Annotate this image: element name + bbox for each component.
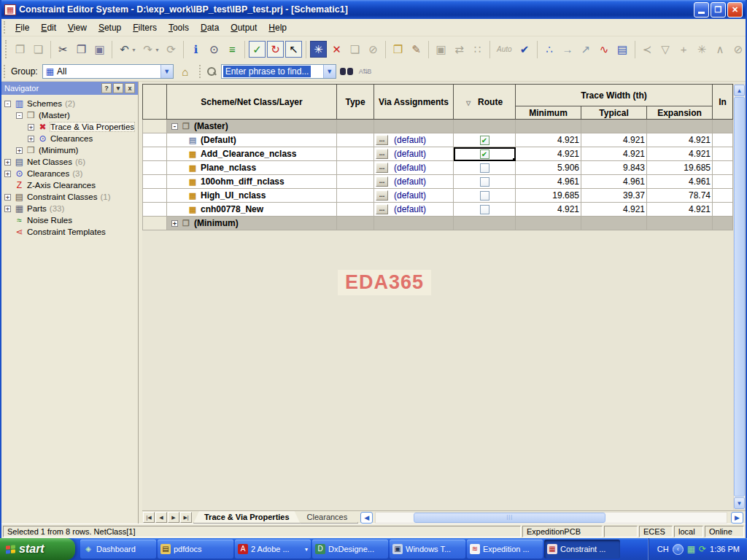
menu-file[interactable]: File (9, 20, 35, 35)
navigator-help-button[interactable]: ? (101, 83, 112, 93)
freeze-button[interactable]: ✳ (310, 41, 327, 58)
row-header[interactable] (143, 133, 167, 147)
paste-button[interactable]: ▣ (91, 41, 108, 58)
group-dropdown[interactable]: ▦ All ▼ (42, 64, 174, 79)
in-cell[interactable] (713, 189, 733, 203)
col-header-route[interactable]: ▽Route (454, 85, 516, 120)
route-cell[interactable] (454, 120, 516, 133)
taskbar-dxdesigner[interactable]: DDxDesigne... (312, 540, 388, 559)
tree-expander-icon[interactable]: + (4, 206, 11, 212)
net-order-button[interactable]: → (560, 41, 576, 58)
via-browse-button[interactable]: ... (376, 135, 388, 145)
tray-sync-icon[interactable]: ⟳ (699, 544, 706, 554)
swap-button[interactable]: ⇄ (451, 41, 468, 58)
trace-width-exp-cell[interactable]: 4.921 (647, 133, 713, 147)
scroll-down-icon[interactable]: ▼ (734, 497, 745, 509)
tree-item-master[interactable]: -❒(Master) (3, 109, 136, 121)
tree-item-label[interactable]: Z-Axis Clearances (27, 181, 96, 190)
tree-item-label[interactable]: Schemes (27, 99, 62, 108)
route-cell[interactable] (454, 175, 516, 189)
tree-item-label[interactable]: Trace & Via Properties (50, 122, 134, 131)
undo-button[interactable]: ↶▼ (116, 41, 133, 58)
taskbar-expedition[interactable]: ≋Expedition ... (467, 540, 543, 559)
type-cell[interactable] (337, 120, 374, 133)
tree-item-label[interactable]: Parts (27, 204, 47, 213)
route-cell[interactable] (454, 161, 516, 175)
auto-button[interactable]: Auto (494, 41, 515, 58)
via-browse-button[interactable]: ... (376, 204, 388, 214)
cut-button[interactable]: ✂ (55, 41, 71, 58)
via-assignments-cell[interactable]: ...(default) (374, 161, 454, 175)
trace-width-min-cell[interactable] (516, 120, 581, 133)
tree-item-schemes[interactable]: -▥Schemes(2) (3, 98, 136, 109)
open-button[interactable]: ❐ (12, 41, 28, 58)
select-mode-button[interactable]: ↖ (285, 41, 302, 58)
taskbar-ces[interactable]: ▦Constraint ... (544, 540, 620, 559)
type-cell[interactable] (337, 147, 374, 161)
route-checkbox[interactable] (480, 191, 489, 201)
via-assignments-cell[interactable]: ...(default) (374, 133, 454, 147)
route-checkbox[interactable]: ✔ (480, 149, 489, 159)
restore-button[interactable]: ❐ (711, 2, 726, 18)
trace-width-exp-cell[interactable]: 4.921 (647, 203, 713, 217)
name-cell[interactable]: ▦High_UI_nclass (167, 189, 337, 203)
copy-button[interactable]: ❐ (73, 41, 90, 58)
delete-button[interactable]: ✕ (328, 41, 345, 58)
search-input[interactable]: Enter phrase to find... ▼ (221, 64, 336, 79)
tree-expander-icon[interactable]: + (4, 194, 11, 201)
route-cell[interactable] (454, 203, 516, 217)
start-button[interactable]: start (0, 538, 75, 560)
type-cell[interactable] (337, 217, 374, 230)
via-value[interactable]: (default) (394, 176, 426, 187)
via-browse-button[interactable]: ... (376, 163, 388, 173)
trace-width-typ-cell[interactable]: 4.961 (581, 175, 647, 189)
taskbar-acrobat[interactable]: A2 Adobe ...▾ (235, 540, 311, 559)
tab-last-button[interactable]: ▶| (180, 512, 192, 523)
via-browse-button[interactable]: ... (376, 176, 388, 187)
col-header-minimum[interactable]: Minimum (516, 106, 581, 120)
name-cell[interactable]: ▦Add_Clearance_nclass (167, 147, 337, 161)
trace-width-typ-cell[interactable] (581, 120, 647, 133)
trace-width-exp-cell[interactable]: 19.685 (647, 161, 713, 175)
home-button[interactable]: ⌂ (177, 63, 194, 79)
navigator-close-button[interactable]: x (125, 83, 135, 93)
topology-button[interactable]: ∴ (541, 41, 558, 58)
in-cell[interactable] (713, 120, 733, 133)
taskbar-dashboard[interactable]: ◈Dashboard (80, 540, 156, 559)
trace-width-exp-cell[interactable]: 78.74 (647, 189, 713, 203)
tree-item-label[interactable]: Clearances (50, 134, 93, 143)
navigator-toggle-button[interactable]: ▾ (113, 83, 123, 93)
tab-clearances[interactable]: Clearances (296, 511, 359, 524)
scroll-up-icon[interactable]: ▲ (734, 85, 745, 96)
trace-width-exp-cell[interactable]: 4.961 (647, 175, 713, 189)
name-cell[interactable]: ▤(Default) (167, 133, 337, 147)
row-header[interactable] (143, 203, 167, 217)
via-assignments-cell[interactable]: ...(default) (374, 203, 454, 217)
via-value[interactable]: (default) (394, 204, 426, 214)
row-header[interactable] (143, 175, 167, 189)
via-value[interactable]: (default) (394, 163, 426, 173)
trace-width-typ-cell[interactable] (581, 217, 647, 230)
taskbar-computer[interactable]: ▣Windows T... (390, 540, 465, 559)
tree-item-label[interactable]: Clearances (27, 169, 69, 178)
tree-item-clearances[interactable]: +⊙Clearances (3, 133, 136, 144)
tab-scroll-left-button[interactable]: ◀ (360, 512, 373, 524)
trace-width-min-cell[interactable]: 5.906 (516, 161, 581, 175)
find-ab-icon[interactable]: A⇅B (359, 68, 371, 75)
trace-width-exp-cell[interactable] (647, 217, 713, 230)
route-cell[interactable]: ✔ (454, 147, 516, 161)
row-expander-icon[interactable]: - (171, 123, 178, 130)
menu-view[interactable]: View (62, 20, 93, 35)
via-assignments-cell[interactable]: ...(default) (374, 175, 454, 189)
redo-button[interactable]: ↷▼ (139, 41, 156, 58)
in-cell[interactable] (713, 203, 733, 217)
route-cell[interactable]: ✔ (454, 133, 516, 147)
display-control-button[interactable]: ✓ (249, 41, 266, 58)
horizontal-scrollbar[interactable] (375, 512, 727, 524)
menu-setup[interactable]: Setup (93, 20, 127, 35)
stackup-button[interactable]: ▤ (614, 41, 631, 58)
via-assignments-cell[interactable]: ...(default) (374, 147, 454, 161)
route-cell[interactable] (454, 189, 516, 203)
col-header-name[interactable]: Scheme/Net Class/Layer (167, 85, 337, 120)
col-header-expansion[interactable]: Expansion (647, 106, 713, 120)
